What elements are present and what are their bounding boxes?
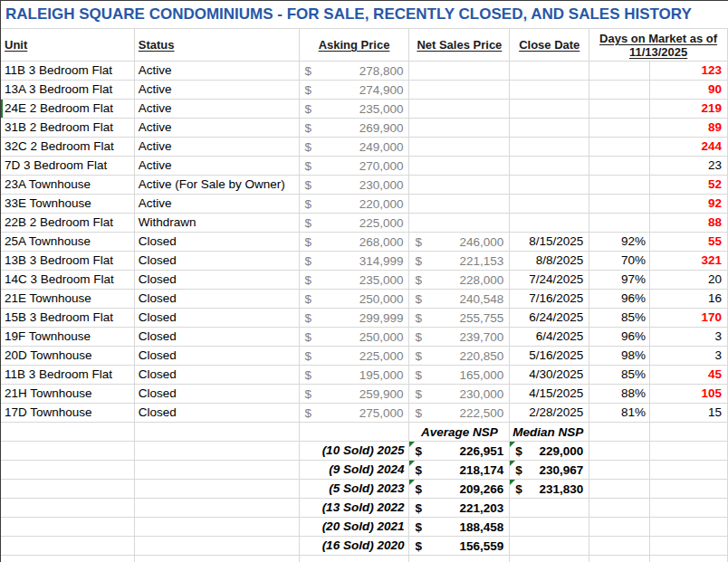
empty-cell[interactable] (1, 537, 135, 556)
close-date-cell[interactable]: 4/15/2025 (510, 385, 589, 404)
net-sales-price-cell[interactable]: $240,548 (409, 290, 510, 309)
sold-count-year-label[interactable]: (5 Sold) 2023 (300, 480, 410, 499)
median-nsp-cell[interactable] (510, 518, 589, 537)
days-on-market-cell[interactable]: 219 (650, 100, 728, 119)
net-sales-price-cell[interactable]: $222,500 (409, 404, 510, 423)
status-cell[interactable]: Closed (135, 404, 300, 423)
status-cell[interactable]: Active (135, 62, 300, 81)
days-on-market-column-header[interactable]: Days on Market as of 11/13/2025 (589, 29, 728, 62)
sold-count-year-label[interactable]: (20 Sold) 2021 (300, 518, 410, 537)
empty-cell[interactable] (650, 442, 728, 461)
close-date-cell[interactable] (510, 100, 589, 119)
empty-cell[interactable] (300, 423, 410, 442)
empty-cell[interactable] (589, 537, 650, 556)
median-nsp-cell[interactable]: $229,000 (510, 442, 589, 461)
net-sales-price-cell[interactable]: $239,700 (409, 328, 510, 347)
percent-of-asking-cell[interactable] (589, 157, 650, 176)
net-sales-price-cell[interactable] (409, 119, 510, 138)
percent-of-asking-cell[interactable]: 88% (589, 385, 650, 404)
close-date-cell[interactable] (510, 62, 589, 81)
status-cell[interactable]: Closed (135, 252, 300, 271)
net-sales-price-cell[interactable] (409, 157, 510, 176)
unit-cell[interactable]: 7D 3 Bedroom Flat (1, 157, 135, 176)
empty-cell[interactable] (1, 556, 135, 562)
days-on-market-cell[interactable]: 16 (650, 290, 728, 309)
sold-count-year-label[interactable]: (10 Sold) 2025 (300, 442, 410, 461)
empty-cell[interactable] (135, 499, 300, 518)
empty-cell[interactable] (135, 442, 300, 461)
net-sales-price-cell[interactable]: $255,755 (409, 309, 510, 328)
empty-cell[interactable] (650, 423, 728, 442)
unit-cell[interactable]: 15B 3 Bedroom Flat (1, 309, 135, 328)
percent-of-asking-cell[interactable]: 96% (589, 290, 650, 309)
asking-price-cell[interactable]: $250,000 (300, 328, 410, 347)
net-sales-price-cell[interactable] (409, 81, 510, 100)
average-nsp-cell[interactable]: $226,951 (409, 442, 510, 461)
unit-cell[interactable]: 11B 3 Bedroom Flat (1, 62, 135, 81)
days-on-market-cell[interactable]: 92 (650, 195, 728, 214)
net-sales-price-column-header[interactable]: Net Sales Price (409, 29, 510, 62)
percent-of-asking-cell[interactable] (589, 138, 650, 157)
percent-of-asking-cell[interactable] (589, 195, 650, 214)
asking-price-cell[interactable]: $225,000 (300, 214, 410, 233)
empty-cell[interactable] (1, 423, 135, 442)
status-cell[interactable]: Closed (135, 271, 300, 290)
percent-of-asking-cell[interactable] (589, 176, 650, 195)
empty-cell[interactable] (1, 480, 135, 499)
percent-of-asking-cell[interactable]: 92% (589, 233, 650, 252)
close-date-cell[interactable]: 8/8/2025 (510, 252, 589, 271)
status-cell[interactable]: Closed (135, 347, 300, 366)
asking-price-cell[interactable]: $235,000 (300, 271, 410, 290)
average-nsp-cell[interactable]: $156,559 (409, 537, 510, 556)
close-date-cell[interactable]: 6/4/2025 (510, 328, 589, 347)
empty-cell[interactable] (1, 461, 135, 480)
empty-cell[interactable] (135, 480, 300, 499)
asking-price-cell[interactable]: $225,000 (300, 347, 410, 366)
unit-cell[interactable]: 22B 2 Bedroom Flat (1, 214, 135, 233)
empty-cell[interactable] (650, 461, 728, 480)
asking-price-cell[interactable]: $230,000 (300, 176, 410, 195)
unit-cell[interactable]: 21H Townhouse (1, 385, 135, 404)
status-cell[interactable]: Closed (135, 366, 300, 385)
status-cell[interactable]: Closed (135, 385, 300, 404)
days-on-market-cell[interactable]: 23 (650, 157, 728, 176)
asking-price-cell[interactable]: $269,900 (300, 119, 410, 138)
empty-cell[interactable] (589, 499, 650, 518)
percent-of-asking-cell[interactable]: 70% (589, 252, 650, 271)
median-nsp-cell[interactable] (510, 499, 589, 518)
days-on-market-cell[interactable]: 20 (650, 271, 728, 290)
empty-cell[interactable] (409, 556, 510, 562)
unit-cell[interactable]: 25A Townhouse (1, 233, 135, 252)
status-cell[interactable]: Withdrawn (135, 214, 300, 233)
median-nsp-cell[interactable]: $231,830 (510, 480, 589, 499)
asking-price-cell[interactable]: $314,999 (300, 252, 410, 271)
percent-of-asking-cell[interactable]: 85% (589, 366, 650, 385)
days-on-market-cell[interactable]: 105 (650, 385, 728, 404)
net-sales-price-cell[interactable]: $220,850 (409, 347, 510, 366)
net-sales-price-cell[interactable] (409, 214, 510, 233)
close-date-cell[interactable] (510, 195, 589, 214)
empty-cell[interactable] (650, 499, 728, 518)
unit-cell[interactable]: 20D Townhouse (1, 347, 135, 366)
days-on-market-cell[interactable]: 123 (650, 62, 728, 81)
close-date-column-header[interactable]: Close Date (510, 29, 589, 62)
average-nsp-cell[interactable]: $188,458 (409, 518, 510, 537)
median-nsp-header[interactable]: Median NSP (510, 423, 589, 442)
days-on-market-cell[interactable]: 52 (650, 176, 728, 195)
net-sales-price-cell[interactable] (409, 195, 510, 214)
unit-cell[interactable]: 13B 3 Bedroom Flat (1, 252, 135, 271)
percent-of-asking-cell[interactable] (589, 62, 650, 81)
close-date-cell[interactable] (510, 81, 589, 100)
days-on-market-cell[interactable]: 90 (650, 81, 728, 100)
unit-cell[interactable]: 23A Townhouse (1, 176, 135, 195)
percent-of-asking-cell[interactable]: 81% (589, 404, 650, 423)
unit-cell[interactable]: 24E 2 Bedroom Flat (1, 100, 135, 119)
days-on-market-cell[interactable]: 15 (650, 404, 728, 423)
average-nsp-cell[interactable]: $221,203 (409, 499, 510, 518)
empty-cell[interactable] (135, 556, 300, 562)
percent-of-asking-cell[interactable] (589, 81, 650, 100)
status-column-header[interactable]: Status (135, 29, 300, 62)
close-date-cell[interactable]: 5/16/2025 (510, 347, 589, 366)
net-sales-price-cell[interactable]: $228,000 (409, 271, 510, 290)
empty-cell[interactable] (650, 556, 728, 562)
